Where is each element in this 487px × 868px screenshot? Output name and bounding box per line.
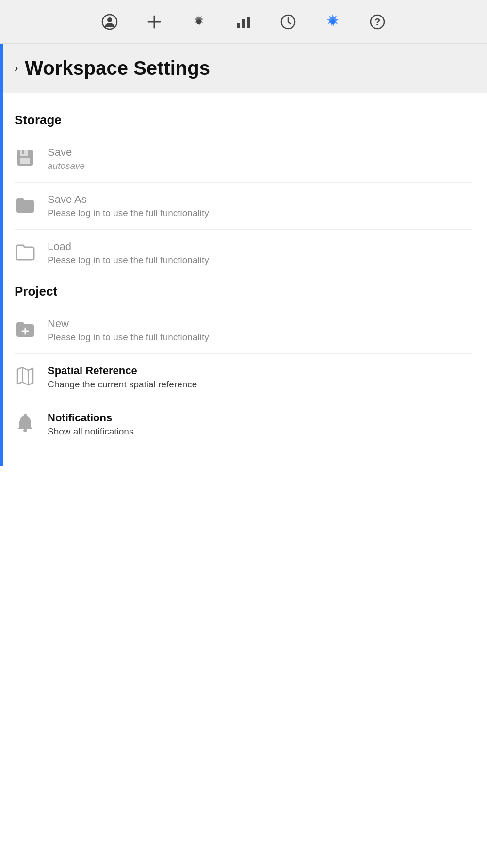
page-header: › Workspace Settings [0, 44, 487, 93]
divider-2 [15, 229, 472, 230]
save-menu-item[interactable]: Save autosave [15, 137, 472, 180]
folder-outline-icon [15, 241, 36, 263]
save-as-label: Save As [48, 193, 209, 206]
load-menu-item[interactable]: Load Please log in to use the full funct… [15, 232, 472, 274]
add-icon[interactable] [144, 11, 165, 33]
save-sublabel: autosave [48, 161, 85, 171]
storage-section-heading: Storage [15, 113, 472, 128]
account-icon[interactable] [99, 11, 120, 33]
load-label: Load [48, 240, 209, 253]
svg-rect-5 [237, 23, 240, 28]
svg-point-1 [107, 17, 112, 22]
new-item-text: New Please log in to use the full functi… [48, 317, 209, 343]
load-item-text: Load Please log in to use the full funct… [48, 240, 209, 266]
save-label: Save [48, 146, 85, 159]
save-as-menu-item[interactable]: Save As Please log in to use the full fu… [15, 184, 472, 227]
save-item-text: Save autosave [48, 146, 85, 171]
svg-rect-7 [247, 17, 250, 28]
spatial-reference-sublabel: Change the current spatial reference [48, 379, 197, 390]
svg-text:?: ? [374, 17, 380, 27]
history-icon[interactable] [277, 11, 299, 33]
new-menu-item[interactable]: New Please log in to use the full functi… [15, 309, 472, 351]
save-as-sublabel: Please log in to use the full functional… [48, 208, 209, 218]
svg-rect-20 [23, 429, 27, 432]
load-sublabel: Please log in to use the full functional… [48, 255, 209, 266]
map-icon [15, 366, 36, 387]
toolbar: ? [0, 0, 487, 44]
project-section: Project New Please log in to use the ful… [15, 284, 472, 446]
page-title: Workspace Settings [25, 57, 210, 79]
notifications-label: Notifications [48, 412, 133, 424]
main-content: Storage Save autosave [0, 93, 487, 868]
left-accent-bar [0, 44, 3, 466]
svg-rect-6 [242, 19, 245, 28]
cog-icon[interactable] [188, 11, 210, 33]
save-icon [15, 147, 36, 168]
bell-icon [15, 413, 36, 434]
help-icon[interactable]: ? [367, 11, 388, 33]
settings-icon[interactable] [322, 11, 343, 33]
new-label: New [48, 317, 209, 330]
new-sublabel: Please log in to use the full functional… [48, 332, 209, 343]
storage-section: Storage Save autosave [15, 113, 472, 274]
save-as-item-text: Save As Please log in to use the full fu… [48, 193, 209, 218]
notifications-sublabel: Show all notifications [48, 426, 133, 437]
spatial-reference-menu-item[interactable]: Spatial Reference Change the current spa… [15, 356, 472, 399]
chart-icon[interactable] [233, 11, 254, 33]
spatial-reference-item-text: Spatial Reference Change the current spa… [48, 365, 197, 390]
spatial-reference-label: Spatial Reference [48, 365, 197, 377]
notifications-menu-item[interactable]: Notifications Show all notifications [15, 403, 472, 446]
folder-plus-icon [15, 318, 36, 340]
svg-point-21 [24, 414, 27, 417]
svg-rect-14 [20, 158, 30, 164]
folder-filled-icon [15, 194, 36, 216]
notifications-item-text: Notifications Show all notifications [48, 412, 133, 437]
chevron-right-icon: › [15, 62, 18, 75]
svg-rect-15 [22, 150, 24, 154]
project-section-heading: Project [15, 284, 472, 299]
divider-1 [15, 182, 472, 183]
divider-4 [15, 401, 472, 401]
divider-3 [15, 353, 472, 354]
